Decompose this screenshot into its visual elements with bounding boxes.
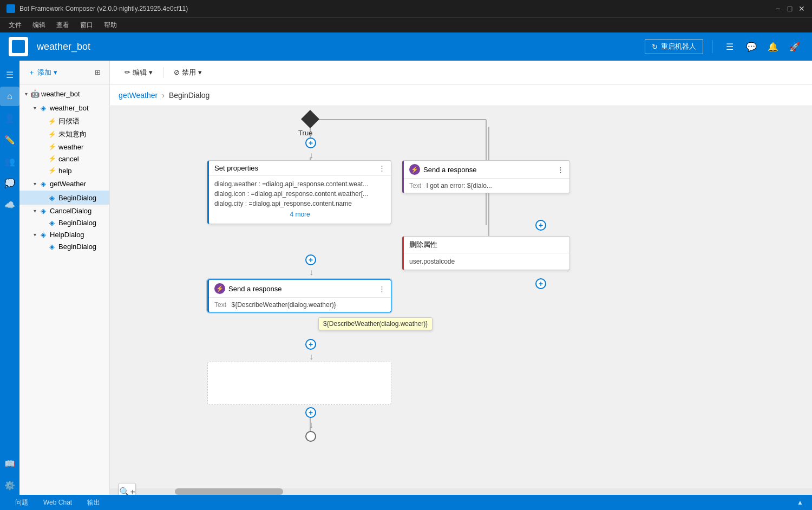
send-response-bottom-menu-icon[interactable]: ⋮ <box>378 285 385 293</box>
app-logo <box>9 37 28 56</box>
expand-icon-weatherbot[interactable]: ▾ <box>30 103 39 112</box>
close-button[interactable]: ✕ <box>798 5 806 12</box>
expand-icon-canceldialog[interactable]: ▾ <box>30 206 39 215</box>
set-props-more[interactable]: 4 more <box>214 208 385 220</box>
canvas-hscrollbar[interactable] <box>110 488 812 495</box>
dialog-icon-getweather: ◈ <box>39 179 48 188</box>
set-props-title: Set properties <box>214 164 258 172</box>
bottom-close-icon[interactable]: ▲ <box>797 499 803 506</box>
tab-output[interactable]: 输出 <box>81 497 107 508</box>
tree-node-begindialog-help[interactable]: ▸ ◈ BeginDialog <box>19 240 109 252</box>
restart-button[interactable]: ↻ 重启机器人 <box>645 39 703 54</box>
edit-button[interactable]: ✏ 编辑 ▾ <box>119 65 159 80</box>
expand-icon-getweather[interactable]: ▾ <box>30 179 39 188</box>
menu-window[interactable]: 窗口 <box>76 19 97 31</box>
tree-node-canceldialog[interactable]: ▾ ◈ CancelDialog <box>19 205 109 217</box>
bot-icon: 🤖 <box>30 89 39 98</box>
minimize-button[interactable]: − <box>774 5 782 12</box>
tree-node-begindialog-getweather[interactable]: ▸ ◈ BeginDialog ··· <box>19 191 109 205</box>
response-text-bottom: ${DescribeWeather(dialog.weather)} <box>231 301 336 309</box>
delete-props-node[interactable]: 删除属性 user.postalcode <box>402 236 570 270</box>
filter-button[interactable]: ⊞ <box>90 65 105 80</box>
restart-icon: ↻ <box>652 43 658 51</box>
breadcrumb-parent[interactable]: getWeather <box>119 91 158 100</box>
settings-icon-button[interactable]: ⚙️ <box>0 475 19 495</box>
menubar: 文件 编辑 查看 窗口 帮助 <box>0 17 812 32</box>
disable-chevron-icon: ▾ <box>198 68 202 76</box>
restart-label: 重启机器人 <box>661 42 696 51</box>
list-icon-button[interactable]: ☰ <box>721 38 738 55</box>
zoom-in-button[interactable]: 🔍+ <box>119 483 136 495</box>
disable-button[interactable]: ⊘ 禁用 ▾ <box>168 65 208 80</box>
tree-node-cancel[interactable]: ▸ ⚡ cancel <box>19 153 109 165</box>
intent-icon-cancel: ⚡ <box>48 154 56 163</box>
tree-node-help[interactable]: ▸ ⚡ help <box>19 165 109 176</box>
plus-btn-after-setprops[interactable]: + <box>305 254 316 265</box>
plus-btn-top[interactable]: + <box>305 138 316 148</box>
add-button[interactable]: ＋ 添加 ▾ <box>24 66 62 80</box>
bell-icon-button[interactable]: 🔔 <box>764 38 782 55</box>
tree-node-weather[interactable]: ▸ ⚡ weather <box>19 141 109 153</box>
tree-content: ▾ 🤖 weather_bot ··· ▾ ◈ weather_bot ··· … <box>19 84 109 495</box>
send-response-error-body: Text I got an error: ${dialo... <box>404 179 569 193</box>
set-props-body: dialog.weather : =dialog.api_response.co… <box>209 176 391 224</box>
canceldialog-label: CancelDialog <box>50 207 107 215</box>
group-icon-button[interactable]: 👥 <box>0 152 19 171</box>
dialog-icon: ◈ <box>39 103 48 112</box>
dialog-icon-help: ◈ <box>39 230 48 239</box>
main-layout: ☰ ⌂ 👤 ✏️ 👥 💭 ☁️ 📖 ⚙️ ＋ 添加 ▾ ⊞ ▾ 🤖 weathe… <box>0 61 812 495</box>
chat-icon-button[interactable]: 💬 <box>743 38 760 55</box>
window-controls: − □ ✕ <box>774 5 806 12</box>
set-props-header: Set properties ⋮ <box>209 161 391 176</box>
plus-btn-right[interactable]: + <box>535 220 546 231</box>
home-icon-button[interactable]: ⌂ <box>0 87 19 106</box>
set-props-menu-icon[interactable]: ⋮ <box>378 164 385 172</box>
maximize-button[interactable]: □ <box>786 5 794 12</box>
tree-node-root[interactable]: ▾ 🤖 weather_bot ··· <box>19 87 109 101</box>
project-name: weather_bot <box>37 41 645 53</box>
chat-bubble-icon-button[interactable]: 💭 <box>0 173 19 193</box>
add-chevron-icon: ▾ <box>54 68 57 76</box>
flow-inner: True + ↓ Set properties ⋮ di <box>110 106 812 495</box>
rocket-icon-button[interactable]: 🚀 <box>786 38 803 55</box>
send-response-bottom-node[interactable]: ⚡ Send a response ⋮ Text ${DescribeWeath… <box>207 279 391 312</box>
disable-label: 禁用 <box>182 68 196 77</box>
tab-problems[interactable]: 问题 <box>9 497 35 508</box>
send-response-error-menu-icon[interactable]: ⋮ <box>557 166 564 174</box>
tree-node-helpdialog[interactable]: ▾ ◈ HelpDialog <box>19 228 109 240</box>
plus-btn-after-empty1[interactable]: + <box>305 407 316 418</box>
send-response-error-node[interactable]: ⚡ Send a response ⋮ Text I got an error:… <box>402 160 570 193</box>
arrow-down-4: ↓ <box>309 420 313 430</box>
menu-file[interactable]: 文件 <box>4 19 26 31</box>
plus-btn-right-2[interactable]: + <box>535 278 546 289</box>
expand-icon-helpdialog[interactable]: ▾ <box>30 230 39 239</box>
menu-edit[interactable]: 编辑 <box>28 19 50 31</box>
menu-view[interactable]: 查看 <box>52 19 74 31</box>
plus-btn-after-sendresponse[interactable]: + <box>305 339 316 350</box>
tree-node-unknown[interactable]: ▸ ⚡ 未知意向 <box>19 128 109 141</box>
sidebar-icons: ☰ ⌂ 👤 ✏️ 👥 💭 ☁️ 📖 ⚙️ <box>0 61 19 495</box>
bottom-bar: 问题 Web Chat 输出 ▲ <box>0 495 812 510</box>
tree-node-begindialog-cancel[interactable]: ▸ ◈ BeginDialog <box>19 217 109 228</box>
set-props-row-3: dialog.city : =dialog.api_response.conte… <box>214 199 385 208</box>
breadcrumb-chevron: › <box>162 91 165 100</box>
empty-node-1 <box>207 362 391 405</box>
add-label: 添加 <box>37 68 51 77</box>
menu-help[interactable]: 帮助 <box>100 19 121 31</box>
intent-icon-greet: ⚡ <box>48 117 56 126</box>
tree-node-greet[interactable]: ▸ ⚡ 问候语 <box>19 115 109 128</box>
expand-icon-root[interactable]: ▾ <box>22 89 30 98</box>
edit-icon-button[interactable]: ✏️ <box>0 130 19 149</box>
flow-diamond <box>301 110 319 128</box>
canvas-hscrollbar-thumb[interactable] <box>175 488 283 495</box>
cloud-icon-button[interactable]: ☁️ <box>0 195 19 214</box>
set-properties-node[interactable]: Set properties ⋮ dialog.weather : =dialo… <box>207 160 391 224</box>
hamburger-icon-button[interactable]: ☰ <box>0 65 19 84</box>
flow-canvas[interactable]: True + ↓ Set properties ⋮ di <box>110 106 812 495</box>
header: weather_bot ↻ 重启机器人 ☰ 💬 🔔 🚀 <box>0 32 812 61</box>
user-icon-button[interactable]: 👤 <box>0 108 19 128</box>
tree-node-getweather[interactable]: ▾ ◈ getWeather ··· <box>19 176 109 191</box>
tree-node-weatherbot[interactable]: ▾ ◈ weather_bot ··· <box>19 101 109 115</box>
tab-webchat[interactable]: Web Chat <box>37 498 78 507</box>
book-icon-button[interactable]: 📖 <box>0 454 19 473</box>
